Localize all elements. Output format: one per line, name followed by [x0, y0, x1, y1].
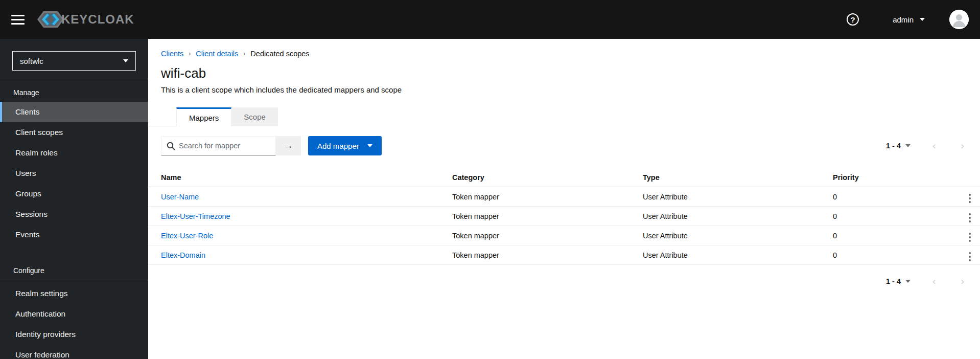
- sidebar-item-client-scopes[interactable]: Client scopes: [0, 122, 148, 143]
- pagination-bottom: 1 - 4 ‹ ›: [886, 276, 971, 286]
- chevron-down-icon: [367, 144, 372, 147]
- type-cell: User Attribute: [643, 187, 833, 207]
- app-header: KEYCLOAK ? admin: [0, 0, 980, 39]
- add-mapper-label: Add mapper: [317, 142, 359, 150]
- column-header-type: Type: [643, 168, 833, 187]
- sidebar-divider: [0, 280, 148, 280]
- sidebar-item-users[interactable]: Users: [0, 163, 148, 184]
- table-row: Eltex-Domain Token mapper User Attribute…: [148, 245, 980, 265]
- pagination-next-button[interactable]: ›: [961, 276, 965, 286]
- search-group: →: [161, 136, 301, 155]
- table-row: Eltex-User-Timezone Token mapper User At…: [148, 207, 980, 226]
- column-header-category: Category: [452, 168, 643, 187]
- kebab-menu-icon[interactable]: [966, 251, 974, 262]
- tab-bar: Mappers Scope: [148, 107, 980, 126]
- nav-group-configure-label: Configure: [0, 257, 148, 280]
- type-cell: User Attribute: [643, 245, 833, 265]
- tab-scope[interactable]: Scope: [231, 107, 278, 126]
- breadcrumb-separator-icon: ›: [189, 50, 191, 57]
- column-header-priority: Priority: [833, 168, 960, 187]
- realm-selector[interactable]: softwlc: [12, 51, 136, 71]
- chevron-down-icon: [905, 280, 911, 283]
- page-title: wifi-cab: [161, 65, 980, 81]
- pagination-range-dropdown[interactable]: 1 - 4: [886, 277, 911, 285]
- avatar[interactable]: [949, 10, 969, 29]
- mapper-link[interactable]: Eltex-Domain: [161, 251, 205, 259]
- priority-cell: 0: [833, 187, 960, 207]
- mapper-link[interactable]: User-Name: [161, 193, 199, 201]
- menu-icon[interactable]: [11, 15, 25, 25]
- main-content: Clients › Client details › Dedicated sco…: [148, 39, 980, 359]
- priority-cell: 0: [833, 245, 960, 265]
- pagination-range-label: 1 - 4: [886, 277, 901, 285]
- sidebar-item-realm-settings[interactable]: Realm settings: [0, 283, 148, 304]
- pagination-next-button[interactable]: ›: [961, 141, 965, 151]
- sidebar-item-groups[interactable]: Groups: [0, 184, 148, 204]
- kebab-menu-icon[interactable]: [966, 212, 974, 223]
- sidebar-item-sessions[interactable]: Sessions: [0, 204, 148, 225]
- category-cell: Token mapper: [452, 226, 643, 245]
- category-cell: Token mapper: [452, 245, 643, 265]
- kebab-menu-icon[interactable]: [966, 232, 974, 243]
- breadcrumb-clients-link[interactable]: Clients: [161, 50, 183, 58]
- search-icon: [167, 142, 175, 152]
- table-row: Eltex-User-Role Token mapper User Attrib…: [148, 226, 980, 245]
- pagination-top: 1 - 4 ‹ ›: [886, 141, 971, 151]
- pagination-prev-button[interactable]: ‹: [932, 276, 936, 286]
- priority-cell: 0: [833, 207, 960, 226]
- column-header-actions: [960, 168, 980, 187]
- add-mapper-button[interactable]: Add mapper: [308, 136, 382, 155]
- page-subtitle: This is a client scope which includes th…: [161, 85, 980, 94]
- mapper-link[interactable]: Eltex-User-Role: [161, 232, 213, 240]
- breadcrumb: Clients › Client details › Dedicated sco…: [161, 50, 980, 58]
- pagination-prev-button[interactable]: ‹: [932, 141, 936, 151]
- breadcrumb-separator-icon: ›: [243, 50, 245, 57]
- sidebar-item-events[interactable]: Events: [0, 225, 148, 245]
- kebab-menu-icon[interactable]: [966, 193, 974, 204]
- sidebar-item-realm-roles[interactable]: Realm roles: [0, 143, 148, 163]
- column-header-name: Name: [148, 168, 452, 187]
- help-icon[interactable]: ?: [847, 13, 859, 26]
- priority-cell: 0: [833, 226, 960, 245]
- realm-selector-value: softwlc: [20, 57, 43, 65]
- toolbar: → Add mapper 1 - 4 ‹ ›: [161, 136, 971, 155]
- sidebar: softwlc Manage Clients Client scopes Rea…: [0, 39, 148, 359]
- username-label: admin: [893, 15, 914, 24]
- mappers-table: Name Category Type Priority User-Name To…: [148, 168, 980, 265]
- chevron-down-icon: [123, 59, 128, 62]
- category-cell: Token mapper: [452, 187, 643, 207]
- breadcrumb-client-details-link[interactable]: Client details: [196, 50, 238, 58]
- pagination-range-label: 1 - 4: [886, 142, 901, 150]
- sidebar-item-clients[interactable]: Clients: [0, 102, 148, 122]
- chevron-down-icon: [920, 18, 925, 21]
- search-submit-button[interactable]: →: [276, 136, 301, 155]
- sidebar-item-identity-providers[interactable]: Identity providers: [0, 324, 148, 345]
- nav-group-manage-label: Manage: [0, 79, 148, 102]
- sidebar-item-user-federation[interactable]: User federation: [0, 345, 148, 359]
- table-header-row: Name Category Type Priority: [148, 168, 980, 187]
- tab-mappers[interactable]: Mappers: [176, 107, 231, 126]
- keycloak-logo: KEYCLOAK: [37, 10, 134, 29]
- sidebar-item-authentication[interactable]: Authentication: [0, 304, 148, 324]
- chevron-down-icon: [905, 144, 911, 147]
- brand-title: KEYCLOAK: [61, 12, 134, 27]
- table-row: User-Name Token mapper User Attribute 0: [148, 187, 980, 207]
- mapper-link[interactable]: Eltex-User-Timezone: [161, 212, 230, 220]
- pagination-range-dropdown[interactable]: 1 - 4: [886, 142, 911, 150]
- category-cell: Token mapper: [452, 207, 643, 226]
- breadcrumb-current: Dedicated scopes: [250, 50, 309, 58]
- user-menu[interactable]: admin: [893, 15, 925, 24]
- type-cell: User Attribute: [643, 226, 833, 245]
- type-cell: User Attribute: [643, 207, 833, 226]
- search-input[interactable]: [161, 137, 275, 155]
- tab-spacer: [148, 107, 176, 126]
- keycloak-logo-icon: [37, 10, 64, 29]
